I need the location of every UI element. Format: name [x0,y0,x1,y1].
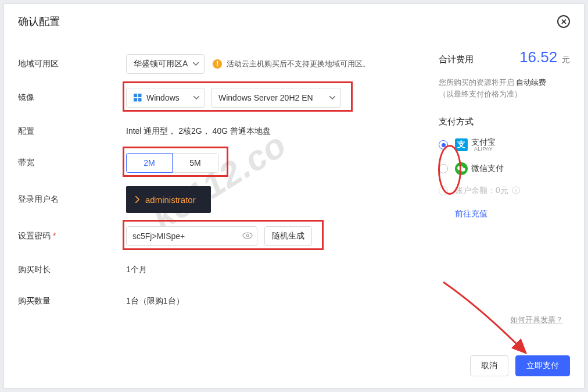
bandwidth-option-5m[interactable]: 5M [172,153,218,173]
alipay-icon: 支 [455,138,468,151]
windows-icon [134,94,142,102]
wechat-icon [455,162,468,175]
random-password-button[interactable]: 随机生成 [264,226,312,246]
svg-rect-1 [138,94,142,97]
modal-header: 确认配置 ✕ [4,4,584,35]
label-region: 地域可用区 [18,59,126,69]
login-username-box: administrator [126,186,211,213]
chevron-right-icon [135,195,139,205]
auto-renew-note: 您所购买的资源将开启 自动续费 （以最终支付价格为准） [439,77,570,100]
chevron-down-icon [193,96,199,99]
wechat-label: 微信支付 [471,163,504,174]
password-input[interactable] [126,226,257,246]
close-icon[interactable]: ✕ [557,15,570,28]
info-icon: ⓘ [512,186,520,196]
total-cost-value: 16.52 [519,48,557,66]
bandwidth-option-2m[interactable]: 2M [126,153,173,173]
row-password: 设置密码* 随机生成 [18,220,413,252]
row-login-user: 登录用户名 administrator [18,181,413,218]
svg-rect-3 [138,98,142,102]
modal-body: 地域可用区 华盛顿可用区A ! 活动云主机购买后不支持更换地域可用区。 [4,35,584,344]
label-image: 镜像 [18,92,126,103]
payment-title: 支付方式 [439,116,570,127]
image-version-select[interactable]: Windows Server 20H2 EN [211,88,341,108]
topup-link[interactable]: 前往充值 [455,209,570,219]
label-config: 配置 [18,126,126,137]
required-star: * [53,231,56,240]
chevron-down-icon [329,96,335,99]
modal-footer: 取消 立即支付 [4,344,584,388]
warning-icon: ! [213,59,222,69]
total-cost-row: 合计费用 16.52 元 [439,48,570,66]
alipay-label: 支付宝 [471,138,496,146]
login-username-value: administrator [145,195,196,205]
alipay-sublabel: ALIPAY [474,147,493,152]
row-region: 地域可用区 华盛顿可用区A ! 活动云主机购买后不支持更换地域可用区。 [18,48,413,80]
duration-value: 1个月 [126,265,147,275]
row-image: 镜像 Windows [18,82,413,113]
row-duration: 购买时长 1个月 [18,254,413,286]
label-duration: 购买时长 [18,265,126,275]
config-value: Intel 通用型， 2核2G， 40G 普通本地盘 [126,126,271,137]
summary-panel: 合计费用 16.52 元 您所购买的资源将开启 自动续费 （以最终支付价格为准）… [425,48,570,344]
radio-balance [439,186,448,195]
label-quantity: 购买数量 [18,296,126,307]
radio-alipay[interactable] [439,140,448,149]
config-form: 地域可用区 华盛顿可用区A ! 活动云主机购买后不支持更换地域可用区。 [18,48,425,344]
radio-wechat[interactable] [439,164,448,173]
svg-point-4 [243,233,252,238]
os-select-value: Windows [146,93,180,102]
cancel-button[interactable]: 取消 [470,355,508,376]
payment-option-alipay[interactable]: 支 支付宝 ALIPAY [439,138,570,152]
total-cost-label: 合计费用 [439,54,474,65]
confirm-config-modal: ke112.co 确认配置 ✕ 地域可用区 华盛顿可用区A ! [3,3,585,389]
region-select[interactable]: 华盛顿可用区A [126,54,205,74]
image-version-value: Windows Server 20H2 EN [218,93,313,102]
bandwidth-toggle: 2M 5M [126,153,218,173]
svg-rect-2 [134,98,137,102]
label-password: 设置密码* [18,231,126,241]
total-cost-unit: 元 [562,55,570,64]
payment-option-wechat[interactable]: 微信支付 [439,162,570,175]
region-select-value: 华盛顿可用区A [134,59,188,69]
payment-option-balance: 账户余额：0元 ⓘ [439,186,570,196]
row-quantity: 购买数量 1台（限购1台） [18,286,413,317]
region-hint-text: 活动云主机购买后不支持更换地域可用区。 [227,59,370,69]
eye-icon[interactable] [242,231,253,241]
os-select[interactable]: Windows [126,88,205,108]
row-config: 配置 Intel 通用型， 2核2G， 40G 普通本地盘 [18,116,413,147]
quantity-value: 1台（限购1台） [126,296,184,307]
svg-point-5 [246,234,249,237]
label-bandwidth: 带宽 [18,158,126,168]
row-bandwidth: 带宽 2M 5M [18,147,413,179]
invoice-link[interactable]: 如何开具发票？ [510,315,563,325]
balance-label: 账户余额：0元 [455,186,508,196]
svg-point-7 [461,168,465,171]
pay-now-button[interactable]: 立即支付 [515,355,570,376]
svg-rect-0 [134,94,137,97]
modal-title: 确认配置 [18,15,60,28]
chevron-down-icon [193,62,199,66]
region-hint: ! 活动云主机购买后不支持更换地域可用区。 [213,59,370,69]
label-login-user: 登录用户名 [18,194,126,205]
